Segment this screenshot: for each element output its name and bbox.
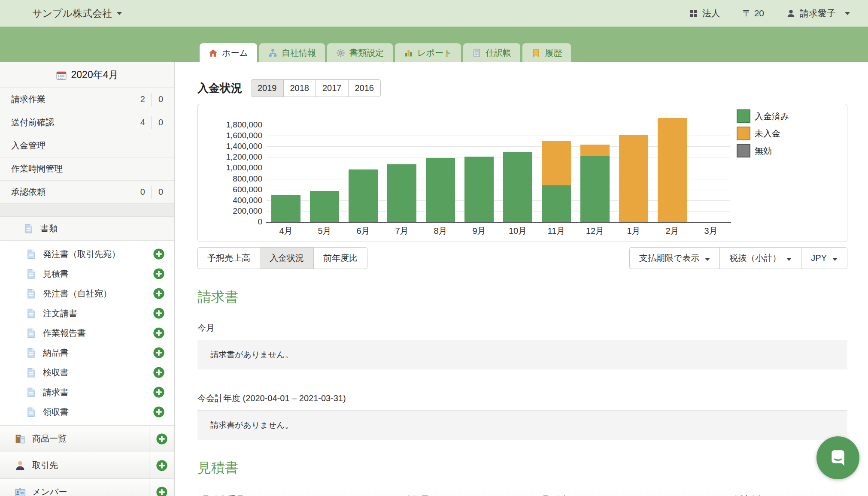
report-icon xyxy=(404,48,413,57)
legend-swatch xyxy=(737,144,750,157)
sidebar-item-receipt[interactable]: 領収書 xyxy=(0,402,174,422)
calendar-icon xyxy=(56,70,67,80)
sidebar-item-order-confirmation[interactable]: 注文請書 xyxy=(0,303,174,323)
postal-credit-indicator[interactable]: 〒 20 xyxy=(743,7,764,19)
sidebar-item-payment-mgmt[interactable]: 入金管理 xyxy=(0,134,174,157)
year-button-2018[interactable]: 2018 xyxy=(283,79,316,97)
bookmark-icon xyxy=(531,48,540,57)
bar-segment-paid[interactable] xyxy=(387,164,416,222)
current-month-selector[interactable]: 2020年4月 xyxy=(0,62,174,88)
sidebar-item-pre-send-check[interactable]: 送付前確認40 xyxy=(0,111,174,134)
sidebar-item-work-report[interactable]: 作業報告書 xyxy=(0,323,174,343)
home-icon xyxy=(209,48,218,57)
bar-segment-paid[interactable] xyxy=(349,169,378,222)
bar-segment-paid[interactable] xyxy=(503,152,532,222)
sidebar-item-label: 検収書 xyxy=(43,367,69,378)
invoice-section-title: 請求書 xyxy=(197,288,847,307)
x-axis-month-label: 12月 xyxy=(576,225,614,237)
tab-home[interactable]: ホーム xyxy=(200,43,257,62)
tab-history[interactable]: 履歴 xyxy=(522,43,571,62)
view-button-前年度比[interactable]: 前年度比 xyxy=(313,247,367,269)
add-product-list-button[interactable] xyxy=(156,433,168,445)
dropdown-display-by-due-date[interactable]: 支払期限で表示 xyxy=(629,247,720,269)
header-right: 法人 〒 20 請求愛子 xyxy=(689,7,850,19)
add-purchase-order-own-button[interactable] xyxy=(153,287,165,299)
tab-label: 書類設定 xyxy=(349,47,384,59)
sidebar-item-delivery-slip[interactable]: 納品書 xyxy=(0,343,174,363)
add-receipt-button[interactable] xyxy=(153,406,165,418)
x-axis-month-label: 10月 xyxy=(498,225,537,237)
add-delivery-slip-button[interactable] xyxy=(153,347,165,359)
sidebar-item-purchase-order-client[interactable]: 発注書（取引先宛） xyxy=(0,244,174,264)
tab-journal[interactable]: 仕訳帳 xyxy=(463,43,520,62)
add-purchase-order-client-button[interactable] xyxy=(153,248,165,260)
bar-segment-unpaid[interactable] xyxy=(658,118,687,222)
item-counts: 40 xyxy=(140,116,163,129)
x-axis-month-label: 3月 xyxy=(692,225,730,237)
user-menu[interactable]: 請求愛子 xyxy=(786,7,850,19)
sidebar-item-members[interactable]: メンバー xyxy=(0,479,174,496)
bar-segment-unpaid[interactable] xyxy=(619,135,648,222)
count-secondary: 0 xyxy=(158,187,163,197)
tab-company-info[interactable]: 自社情報 xyxy=(259,43,325,62)
bar-segment-paid[interactable] xyxy=(542,185,571,222)
dropdown-tax-excluded[interactable]: 税抜（小計） xyxy=(719,247,801,269)
dropdown-currency[interactable]: JPY xyxy=(801,247,847,269)
add-inspection-cert-button[interactable] xyxy=(153,366,165,378)
y-axis-tick-label: 1,200,000 xyxy=(198,152,262,162)
sidebar-item-work-time-mgmt[interactable]: 作業時間管理 xyxy=(0,157,174,181)
sidebar-item-approval-requests[interactable]: 承認依頼00 xyxy=(0,181,174,204)
workspace-type-label: 法人 xyxy=(702,7,720,19)
sidebar-item-purchase-order-own[interactable]: 発注書（自社宛） xyxy=(0,284,174,303)
tab-report[interactable]: レポート xyxy=(395,43,461,62)
sidebar-item-billing-tasks[interactable]: 請求作業20 xyxy=(0,88,174,111)
add-invoice-button[interactable] xyxy=(153,386,165,398)
sidebar-item-estimate[interactable]: 見積書 xyxy=(0,264,174,284)
sidebar-item-inspection-cert[interactable]: 検収書 xyxy=(0,363,174,382)
bar-segment-paid[interactable] xyxy=(271,195,300,222)
bar-segment-unpaid[interactable] xyxy=(580,145,610,156)
y-axis-tick-label: 0 xyxy=(198,217,262,227)
company-switcher[interactable]: サンプル株式会社 xyxy=(32,7,122,20)
legend-item: 無効 xyxy=(737,144,789,157)
year-button-2019[interactable]: 2019 xyxy=(251,79,284,97)
bar-segment-paid[interactable] xyxy=(580,156,610,222)
main-tabs: ホーム自社情報書類設定レポート仕訳帳履歴 xyxy=(200,43,571,62)
add-work-report-button[interactable] xyxy=(153,327,165,339)
tab-label: 自社情報 xyxy=(282,47,316,59)
document-icon xyxy=(26,269,36,279)
chevron-down-icon xyxy=(786,258,792,261)
document-icon xyxy=(26,288,36,299)
tab-doc-settings[interactable]: 書類設定 xyxy=(327,43,393,62)
bar-segment-unpaid[interactable] xyxy=(542,141,571,186)
view-button-予想売上高[interactable]: 予想売上高 xyxy=(197,247,260,269)
bar-segment-paid[interactable] xyxy=(464,157,494,222)
sidebar-item-clients[interactable]: 取引先 xyxy=(0,452,174,479)
add-clients-button[interactable] xyxy=(156,460,168,472)
document-icon xyxy=(26,328,36,339)
dropdown-label: JPY xyxy=(811,253,827,263)
item-counts: 20 xyxy=(140,93,163,106)
estimate-table-header: 見積書番号発行日取引先合計金額 xyxy=(197,487,847,496)
year-button-2016[interactable]: 2016 xyxy=(348,79,381,97)
year-button-2017[interactable]: 2017 xyxy=(316,79,349,97)
bar-segment-paid[interactable] xyxy=(310,191,339,222)
no-invoices-message-fiscal: 請求書がありません。 xyxy=(197,410,847,440)
document-icon xyxy=(26,367,36,378)
add-estimate-button[interactable] xyxy=(153,268,165,280)
current-month-label: 2020年4月 xyxy=(71,68,118,82)
chat-bubble-button[interactable] xyxy=(816,436,859,479)
view-button-入金状況[interactable]: 入金状況 xyxy=(260,247,314,269)
workspace-type-badge[interactable]: 法人 xyxy=(689,7,720,19)
documents-header-label: 書類 xyxy=(40,223,58,234)
sidebar-item-invoice[interactable]: 請求書 xyxy=(0,382,174,402)
document-icon xyxy=(26,348,36,358)
sidebar-item-product-list[interactable]: 商品一覧 xyxy=(0,426,174,452)
add-order-confirmation-button[interactable] xyxy=(153,307,165,319)
estimate-column-0: 見積書番号 xyxy=(202,494,245,496)
sidebar-item-documents[interactable]: 書類 xyxy=(0,217,174,241)
y-axis-tick-label: 1,400,000 xyxy=(198,142,262,151)
add-members-button[interactable] xyxy=(156,486,168,496)
legend-item: 未入金 xyxy=(737,127,789,140)
bar-segment-paid[interactable] xyxy=(426,158,455,222)
